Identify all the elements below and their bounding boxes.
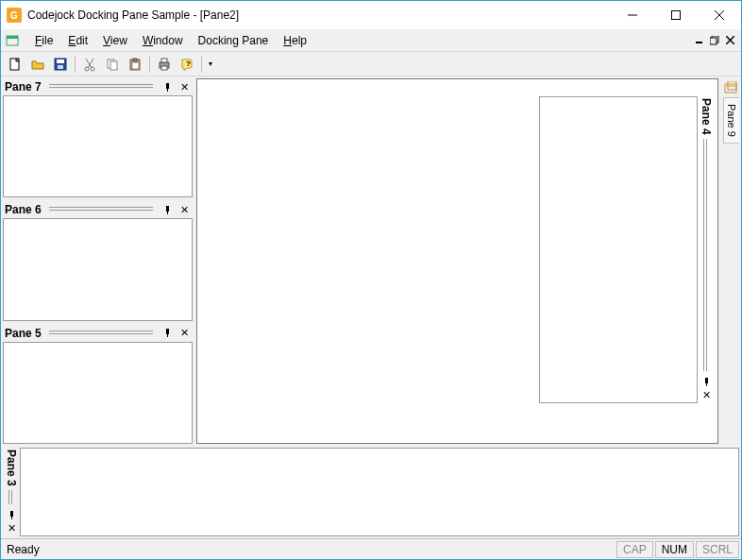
menu-view[interactable]: View xyxy=(95,31,135,50)
pane-gripper[interactable] xyxy=(49,207,153,212)
menu-window[interactable]: Window xyxy=(135,31,191,50)
pane-3: Pane 3 ✕ xyxy=(1,446,741,538)
svg-rect-14 xyxy=(58,65,63,69)
autohide-tab-pane9[interactable]: Pane 9 xyxy=(723,97,739,144)
status-ready: Ready xyxy=(3,543,615,556)
close-pane-button[interactable]: ✕ xyxy=(177,80,191,93)
pane-gripper[interactable] xyxy=(49,331,153,336)
copy-button[interactable] xyxy=(102,54,123,75)
close-button[interactable] xyxy=(698,1,741,29)
mdi-restore-button[interactable] xyxy=(707,36,722,45)
left-dock-column: Pane 7 ✕ Pane 6 ✕ Pane 5 xyxy=(1,76,194,446)
maximize-button[interactable] xyxy=(654,1,698,29)
pane-5: Pane 5 ✕ xyxy=(3,325,193,444)
svg-rect-5 xyxy=(7,36,18,39)
status-bar: Ready CAP NUM SCRL xyxy=(1,538,741,559)
pin-icon xyxy=(163,206,172,214)
pin-icon xyxy=(702,378,711,386)
pane-gripper[interactable] xyxy=(49,84,153,90)
save-button[interactable] xyxy=(50,54,71,75)
svg-rect-23 xyxy=(132,62,139,69)
toolbar-overflow[interactable]: ▾ xyxy=(206,59,215,68)
pin-button[interactable] xyxy=(5,508,18,521)
menu-bar: File Edit View Window Docking Pane Help xyxy=(1,29,741,52)
close-pane-button[interactable]: ✕ xyxy=(700,388,713,401)
autohide-pane-icon[interactable] xyxy=(723,80,738,95)
pin-icon xyxy=(163,329,172,337)
svg-point-17 xyxy=(85,67,89,71)
window-title: Codejock Docking Pane Sample - [Pane2] xyxy=(27,8,611,22)
menu-docking-pane[interactable]: Docking Pane xyxy=(191,31,277,50)
svg-text:?: ? xyxy=(186,59,191,68)
toolbar: ? ▾ xyxy=(1,52,741,76)
work-area: Pane 7 ✕ Pane 6 ✕ Pane 5 xyxy=(1,76,741,538)
menu-edit[interactable]: Edit xyxy=(60,31,95,50)
pane-7-body[interactable] xyxy=(3,95,193,197)
svg-rect-8 xyxy=(710,38,717,44)
close-pane-button[interactable]: ✕ xyxy=(177,203,191,216)
mdi-close-button[interactable] xyxy=(722,36,737,44)
status-num: NUM xyxy=(655,541,694,558)
app-icon xyxy=(7,8,22,23)
open-button[interactable] xyxy=(27,54,48,75)
pane-gripper[interactable] xyxy=(703,139,709,371)
status-scrl: SCRL xyxy=(696,541,739,558)
pane-4-body[interactable] xyxy=(539,96,698,403)
pane-5-title: Pane 5 xyxy=(5,327,42,340)
pin-icon xyxy=(8,511,16,519)
pin-button[interactable] xyxy=(700,375,713,388)
mdi-system-icon[interactable] xyxy=(5,33,20,48)
right-autohide-strip: Pane 9 xyxy=(720,76,741,446)
pin-button[interactable] xyxy=(160,203,174,216)
toolbar-separator xyxy=(149,56,150,73)
menu-file[interactable]: File xyxy=(27,31,60,50)
svg-rect-29 xyxy=(725,84,736,87)
pane-4-title: Pane 4 xyxy=(700,98,713,135)
about-button[interactable]: ? xyxy=(177,54,197,75)
pane-3-title: Pane 3 xyxy=(5,450,18,486)
print-button[interactable] xyxy=(154,54,175,75)
pane-6-title: Pane 6 xyxy=(5,203,42,216)
minimize-button[interactable] xyxy=(611,1,654,29)
toolbar-separator xyxy=(75,56,76,73)
pane-3-body[interactable] xyxy=(20,448,739,536)
svg-rect-1 xyxy=(672,11,681,20)
pane-5-body[interactable] xyxy=(3,342,193,444)
close-pane-button[interactable]: ✕ xyxy=(177,327,191,340)
pane-6-body[interactable] xyxy=(3,218,193,320)
pane-4: Pane 4 ✕ xyxy=(539,96,715,403)
pane-gripper[interactable] xyxy=(8,490,14,504)
svg-point-18 xyxy=(91,67,94,71)
pin-button[interactable] xyxy=(160,327,174,340)
pane-7: Pane 7 ✕ xyxy=(3,78,193,197)
mdi-minimize-button[interactable] xyxy=(692,36,707,45)
menu-help[interactable]: Help xyxy=(276,31,314,50)
new-button[interactable] xyxy=(5,54,25,75)
svg-rect-20 xyxy=(110,61,117,70)
svg-rect-13 xyxy=(57,59,64,63)
status-cap: CAP xyxy=(616,541,653,558)
close-pane-button[interactable]: ✕ xyxy=(5,521,18,535)
cut-button[interactable] xyxy=(79,54,100,75)
toolbar-separator xyxy=(201,56,202,73)
title-bar: Codejock Docking Pane Sample - [Pane2] xyxy=(1,1,741,29)
pin-icon xyxy=(163,83,172,92)
pane-7-title: Pane 7 xyxy=(5,80,42,93)
paste-button[interactable] xyxy=(125,54,145,75)
pin-button[interactable] xyxy=(160,80,174,93)
svg-rect-26 xyxy=(161,66,167,70)
svg-rect-25 xyxy=(161,59,167,62)
mdi-client-pane2[interactable]: Pane 4 ✕ xyxy=(196,78,718,444)
pane-6: Pane 6 ✕ xyxy=(3,201,193,320)
svg-rect-22 xyxy=(133,59,137,61)
